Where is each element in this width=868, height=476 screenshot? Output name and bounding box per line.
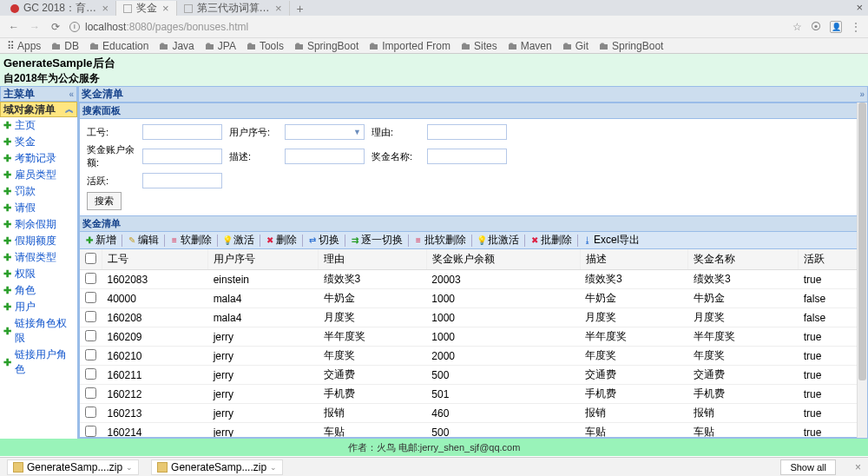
search-button[interactable]: 搜索 bbox=[87, 192, 122, 210]
bookmark-folder[interactable]: 🖿Tools bbox=[247, 40, 284, 52]
delete-button[interactable]: ✖删除 bbox=[264, 233, 299, 248]
sidebar-link[interactable]: 考勤记录 bbox=[15, 151, 56, 166]
table-row[interactable]: 1602083einstein绩效奖320003绩效奖3绩效奖3true bbox=[80, 270, 866, 289]
column-header[interactable]: 奖金名称 bbox=[688, 249, 799, 270]
site-info-icon[interactable]: i bbox=[69, 22, 80, 32]
forward-button[interactable]: → bbox=[28, 20, 42, 34]
bookmark-folder[interactable]: 🖿Sites bbox=[461, 40, 497, 52]
bookmark-folder[interactable]: 🖿Java bbox=[159, 40, 194, 52]
profile-icon[interactable]: 👤 bbox=[830, 21, 842, 33]
chevron-up-icon[interactable]: ︽ bbox=[65, 103, 74, 116]
table-row[interactable]: 160213jerry报销460报销报销true bbox=[80, 404, 866, 423]
table-row[interactable]: 160212jerry手机费501手机费手机费true bbox=[80, 385, 866, 404]
back-button[interactable]: ← bbox=[7, 20, 21, 34]
sidebar-link[interactable]: 链接角色权限 bbox=[15, 316, 74, 346]
domain-menu-header[interactable]: 域对象清单︽ bbox=[0, 102, 77, 117]
bookmark-folder[interactable]: 🖿SpringBoot bbox=[599, 40, 663, 52]
sidebar-item[interactable]: ✚奖金 bbox=[0, 134, 77, 150]
tab-0[interactable]: GC 2018：育碧新作《纪元× bbox=[3, 1, 116, 16]
sidebar-item[interactable]: ✚假期额度 bbox=[0, 233, 77, 249]
sidebar-link[interactable]: 罚款 bbox=[15, 184, 36, 199]
table-row[interactable]: 160211jerry交通费500交通费交通费true bbox=[80, 366, 866, 385]
star-icon[interactable]: ☆ bbox=[792, 21, 802, 33]
column-header[interactable]: 用户序号 bbox=[208, 249, 319, 270]
bookmark-folder[interactable]: 🖿Maven bbox=[508, 40, 552, 52]
sidebar-link[interactable]: 角色 bbox=[15, 283, 36, 298]
bookmark-folder[interactable]: 🖿Imported From bbox=[369, 40, 450, 52]
window-close-icon[interactable]: × bbox=[856, 1, 863, 14]
row-checkbox[interactable] bbox=[85, 407, 96, 418]
input-balance[interactable] bbox=[142, 149, 222, 164]
bookmark-folder[interactable]: 🖿DB bbox=[51, 40, 79, 52]
scrollbar-thumb[interactable] bbox=[858, 102, 866, 380]
column-header[interactable]: 工号 bbox=[102, 249, 208, 270]
sidebar-link[interactable]: 剩余假期 bbox=[15, 217, 56, 232]
sidebar-link[interactable]: 请假类型 bbox=[15, 250, 56, 265]
batch-soft-delete-button[interactable]: ≡批软删除 bbox=[412, 233, 468, 248]
table-row[interactable]: 160209jerry半年度奖1000半年度奖半年度奖true bbox=[80, 327, 866, 347]
row-checkbox[interactable] bbox=[85, 349, 96, 360]
table-row[interactable]: 160214jerry车贴500车贴车贴true bbox=[80, 423, 866, 438]
row-checkbox[interactable] bbox=[85, 387, 96, 399]
column-header[interactable]: 活跃 bbox=[799, 249, 866, 270]
scrollbar[interactable] bbox=[857, 102, 867, 438]
sidebar-item[interactable]: ✚雇员类型 bbox=[0, 167, 77, 183]
sidebar-item[interactable]: ✚链接角色权限 bbox=[0, 315, 77, 347]
new-tab-button[interactable]: + bbox=[290, 2, 311, 16]
combo-user-seq[interactable]: ▼ bbox=[285, 124, 365, 140]
activate-button[interactable]: 💡激活 bbox=[221, 233, 256, 248]
tab-2[interactable]: 第三代动词算子式代码生× bbox=[177, 1, 290, 16]
show-all-button[interactable]: Show all bbox=[780, 459, 836, 475]
sidebar-item[interactable]: ✚请假类型 bbox=[0, 249, 77, 266]
sidebar-link[interactable]: 雇员类型 bbox=[15, 168, 56, 182]
sidebar-item[interactable]: ✚角色 bbox=[0, 282, 77, 299]
sidebar-link[interactable]: 假期额度 bbox=[15, 234, 56, 248]
row-checkbox[interactable] bbox=[85, 368, 96, 380]
sidebar-item[interactable]: ✚用户 bbox=[0, 299, 77, 315]
row-checkbox[interactable] bbox=[85, 292, 96, 303]
add-button[interactable]: ✚新增 bbox=[83, 233, 118, 248]
apps-button[interactable]: ⠿ Apps bbox=[7, 40, 41, 52]
download-item[interactable]: GenerateSamp....zip⌄ bbox=[7, 459, 139, 475]
row-checkbox[interactable] bbox=[85, 426, 96, 437]
collapse-right-icon[interactable]: » bbox=[859, 89, 865, 99]
sidebar-link[interactable]: 用户 bbox=[15, 300, 36, 314]
column-header[interactable]: 理由 bbox=[319, 249, 427, 270]
extension-icon[interactable]: ⦿ bbox=[811, 21, 821, 33]
table-row[interactable]: 160210jerry年度奖2000年度奖年度奖true bbox=[80, 347, 866, 366]
batch-activate-button[interactable]: 💡批激活 bbox=[476, 233, 521, 248]
chevron-down-icon[interactable]: ⌄ bbox=[270, 463, 277, 472]
sidebar-item[interactable]: ✚罚款 bbox=[0, 183, 77, 200]
chevron-down-icon[interactable]: ⌄ bbox=[126, 463, 133, 472]
toggle-button[interactable]: ⇄切换 bbox=[306, 233, 341, 248]
sidebar-item[interactable]: ✚剩余假期 bbox=[0, 216, 77, 233]
row-checkbox[interactable] bbox=[85, 311, 96, 322]
close-icon[interactable]: × bbox=[162, 3, 169, 14]
sidebar-link[interactable]: 请假 bbox=[15, 201, 36, 215]
collapse-left-icon[interactable]: « bbox=[69, 89, 74, 99]
soft-delete-button[interactable]: ≡软删除 bbox=[168, 233, 214, 248]
edit-button[interactable]: ✎编辑 bbox=[126, 233, 161, 248]
sidebar-link[interactable]: 权限 bbox=[15, 267, 36, 281]
close-icon[interactable]: × bbox=[275, 3, 282, 14]
sidebar-item[interactable]: ✚权限 bbox=[0, 266, 77, 282]
table-row[interactable]: 160208mala4月度奖1000月度奖月度奖false bbox=[80, 308, 866, 327]
table-row[interactable]: 40000mala4牛奶金1000牛奶金牛奶金false bbox=[80, 289, 866, 308]
sidebar-item[interactable]: ✚考勤记录 bbox=[0, 150, 77, 167]
tab-1[interactable]: 奖金× bbox=[116, 1, 177, 16]
batch-delete-button[interactable]: ✖批删除 bbox=[529, 233, 574, 248]
sidebar-link[interactable]: 主页 bbox=[15, 118, 36, 133]
sidebar-item[interactable]: ✚请假 bbox=[0, 200, 77, 216]
input-reason[interactable] bbox=[427, 124, 507, 140]
close-download-bar[interactable]: × bbox=[855, 461, 861, 473]
reload-button[interactable]: ⟳ bbox=[49, 20, 62, 34]
input-bonus-name[interactable] bbox=[427, 149, 507, 164]
excel-export-button[interactable]: ⭳Excel导出 bbox=[582, 233, 641, 248]
sidebar-item[interactable]: ✚主页 bbox=[0, 117, 77, 134]
bookmark-folder[interactable]: 🖿JPA bbox=[205, 40, 236, 52]
bookmark-folder[interactable]: 🖿Education bbox=[89, 40, 148, 52]
url-field[interactable]: i localhost:8080/pages/bonuses.html bbox=[69, 21, 792, 33]
sidebar-link[interactable]: 链接用户角色 bbox=[15, 347, 74, 377]
input-worker-id[interactable] bbox=[142, 124, 222, 140]
bookmark-folder[interactable]: 🖿Git bbox=[562, 40, 589, 52]
